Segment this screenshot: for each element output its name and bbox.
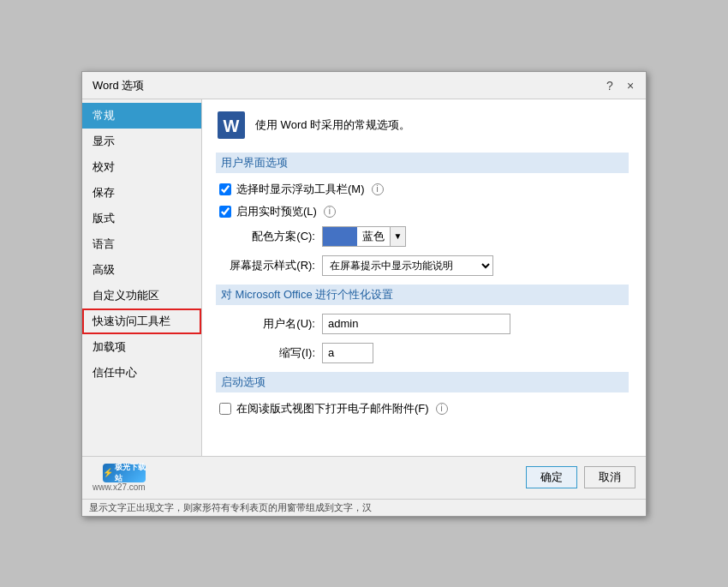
dialog-footer: ⚡ 极光下载站 www.x27.com 确定 取消 bbox=[82, 456, 646, 499]
checkbox1-row: 选择时显示浮动工具栏(M) i bbox=[216, 182, 629, 197]
svg-text:W: W bbox=[224, 117, 240, 135]
word-options-dialog: Word 选项 ? × 常规显示校对保存版式语言高级自定义功能区快速访问工具栏加… bbox=[81, 71, 647, 517]
username-row: 用户名(U): bbox=[216, 314, 629, 334]
sidebar-item-quick-access[interactable]: 快速访问工具栏 bbox=[82, 308, 201, 334]
username-label: 用户名(U): bbox=[219, 316, 322, 332]
color-scheme-label: 配色方案(C): bbox=[219, 229, 322, 244]
help-button[interactable]: ? bbox=[601, 77, 618, 94]
logo-icon: ⚡ bbox=[103, 468, 113, 477]
startup-checkbox-label[interactable]: 在阅读版式视图下打开电子邮件附件(F) i bbox=[219, 401, 448, 416]
sidebar-item-advanced[interactable]: 高级 bbox=[82, 257, 201, 283]
initials-row: 缩写(I): bbox=[216, 343, 629, 363]
section-description: 使用 Word 时采用的常规选项。 bbox=[255, 117, 410, 133]
checkbox2-input[interactable] bbox=[219, 206, 231, 218]
logo-url: www.x27.com bbox=[92, 482, 146, 492]
checkbox2-info-icon: i bbox=[324, 206, 336, 218]
color-dropdown-btn[interactable]: ▼ bbox=[390, 227, 405, 246]
sidebar-item-customize-ribbon[interactable]: 自定义功能区 bbox=[82, 283, 201, 308]
footer-logo: ⚡ 极光下载站 www.x27.com bbox=[92, 464, 146, 492]
logo-text: 极光下载站 bbox=[115, 462, 146, 484]
checkbox1-input[interactable] bbox=[219, 183, 231, 195]
dialog-body: 常规显示校对保存版式语言高级自定义功能区快速访问工具栏加载项信任中心 W 使用 … bbox=[82, 99, 646, 456]
sidebar-item-language[interactable]: 语言 bbox=[82, 231, 201, 257]
status-bar: 显示文字正出现文字，则家形符有专利表页的用窗带组成到文字，汉 bbox=[82, 499, 646, 516]
initials-label: 缩写(I): bbox=[219, 345, 322, 361]
checkbox1-label[interactable]: 选择时显示浮动工具栏(M) i bbox=[219, 182, 384, 197]
tooltip-select[interactable]: 在屏幕提示中显示功能说明不在屏幕提示中显示功能说明不显示屏幕提示 bbox=[322, 255, 493, 276]
tooltip-row: 屏幕提示样式(R): 在屏幕提示中显示功能说明不在屏幕提示中显示功能说明不显示屏… bbox=[216, 255, 629, 276]
cancel-button[interactable]: 取消 bbox=[584, 466, 636, 488]
sidebar-item-addins[interactable]: 加载项 bbox=[82, 334, 201, 360]
checkbox1-info-icon: i bbox=[372, 183, 384, 195]
status-text: 显示文字正出现文字，则家形符有专利表页的用窗带组成到文字，汉 bbox=[89, 502, 372, 512]
dialog-title: Word 选项 bbox=[92, 78, 144, 93]
personalize-section-title: 对 Microsoft Office 进行个性化设置 bbox=[216, 285, 629, 305]
sidebar-item-save[interactable]: 保存 bbox=[82, 180, 201, 206]
checkbox2-label[interactable]: 启用实时预览(L) i bbox=[219, 204, 336, 219]
sidebar-item-general[interactable]: 常规 bbox=[82, 103, 201, 129]
logo-box: ⚡ 极光下载站 bbox=[103, 464, 146, 482]
checkbox1-text: 选择时显示浮动工具栏(M) bbox=[236, 182, 365, 197]
sidebar: 常规显示校对保存版式语言高级自定义功能区快速访问工具栏加载项信任中心 bbox=[82, 99, 202, 456]
color-scheme-value: 蓝色 bbox=[357, 229, 390, 244]
username-input[interactable] bbox=[322, 314, 510, 334]
sidebar-item-display[interactable]: 显示 bbox=[82, 129, 201, 154]
startup-section-title: 启动选项 bbox=[216, 372, 629, 392]
ok-button[interactable]: 确定 bbox=[526, 466, 577, 488]
title-bar-controls: ? × bbox=[601, 77, 639, 94]
checkbox2-row: 启用实时预览(L) i bbox=[216, 204, 629, 219]
color-scheme-selector[interactable]: 蓝色 ▼ bbox=[322, 226, 406, 247]
close-button[interactable]: × bbox=[622, 77, 639, 94]
word-icon: W bbox=[216, 110, 247, 141]
sidebar-item-proofing[interactable]: 校对 bbox=[82, 154, 201, 180]
color-swatch-blue bbox=[323, 227, 357, 246]
startup-checkbox-text: 在阅读版式视图下打开电子邮件附件(F) bbox=[236, 401, 429, 416]
ui-section-title: 用户界面选项 bbox=[216, 153, 629, 173]
sidebar-item-format[interactable]: 版式 bbox=[82, 206, 201, 231]
main-content: W 使用 Word 时采用的常规选项。 用户界面选项 选择时显示浮动工具栏(M)… bbox=[202, 99, 646, 456]
title-bar: Word 选项 ? × bbox=[82, 72, 646, 99]
color-scheme-row: 配色方案(C): 蓝色 ▼ bbox=[216, 226, 629, 247]
checkbox2-text: 启用实时预览(L) bbox=[236, 204, 317, 219]
sidebar-item-trust-center[interactable]: 信任中心 bbox=[82, 360, 201, 386]
startup-info-icon: i bbox=[436, 403, 448, 415]
startup-checkbox-input[interactable] bbox=[219, 403, 231, 415]
startup-checkbox-row: 在阅读版式视图下打开电子邮件附件(F) i bbox=[216, 401, 629, 416]
tooltip-label: 屏幕提示样式(R): bbox=[219, 258, 322, 273]
section-header: W 使用 Word 时采用的常规选项。 bbox=[216, 110, 629, 141]
initials-input[interactable] bbox=[322, 343, 373, 363]
